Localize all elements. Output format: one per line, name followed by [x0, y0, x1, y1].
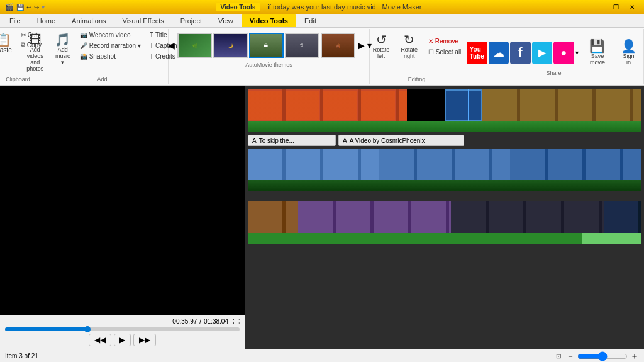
document-title: if today was your last day music vid - M… — [267, 3, 421, 11]
skydrive-button[interactable]: ☁ — [489, 42, 509, 64]
play-pause-button[interactable]: ▶ — [114, 334, 131, 346]
item-count: Item 3 of 21 — [5, 353, 38, 359]
add-videos-icon: 🎞 — [29, 33, 42, 46]
maximize-button[interactable]: ❐ — [609, 2, 623, 12]
fit-timeline-icon[interactable]: ⊡ — [556, 353, 561, 359]
playback-buttons: ◀◀ ▶ ▶▶ — [5, 334, 240, 346]
tab-file[interactable]: File — [1, 14, 29, 27]
black-gap — [407, 89, 445, 121]
time-separator: / — [199, 318, 201, 325]
narration-button[interactable]: 🎤 Record narration ▾ — [77, 41, 144, 50]
editing-group: ↺ Rotate left ↻ Rotate right ✕ Remove ☐ — [370, 29, 464, 84]
rotate-right-button[interactable]: ↻ Rotate right — [396, 30, 423, 62]
zoom-in-icon[interactable]: ＋ — [630, 351, 639, 362]
sign-in-button[interactable]: 👤 Sign in — [616, 37, 641, 69]
zoom-out-icon[interactable]: － — [566, 351, 575, 362]
add-videos-button[interactable]: 🎞 Add videos and photos — [21, 30, 49, 75]
clip-3[interactable] — [482, 89, 641, 121]
text-overlay-2-text: A Video by CosmicPhoenix — [350, 137, 425, 144]
track-2-clip-1[interactable] — [248, 149, 379, 180]
editing-label: Editing — [372, 76, 461, 82]
qa-undo[interactable]: ↩ — [26, 4, 31, 11]
rotate-left-button[interactable]: ↺ Rotate left — [369, 30, 394, 62]
themes-scroll-right[interactable]: ▶ — [357, 40, 366, 50]
share-more[interactable]: ▾ — [575, 49, 579, 56]
qa-save[interactable]: 💾 — [16, 4, 24, 11]
tab-project[interactable]: Project — [172, 14, 210, 27]
video-tools-badge: Video Tools — [216, 3, 261, 11]
caption-icon: T — [150, 42, 153, 49]
ribbon-tab-bar: File Home Animations Visual Effects Proj… — [0, 14, 644, 27]
track-3-clip-1[interactable] — [248, 201, 298, 233]
preview-panel: 00:35.97 / 01:38.04 ⛶ ◀◀ ▶ ▶▶ — [0, 86, 245, 349]
text-overlay-1-icon: A — [252, 137, 257, 144]
track-3-clip-3[interactable] — [451, 201, 604, 233]
close-button[interactable]: ✕ — [625, 2, 639, 12]
rotate-left-icon: ↺ — [376, 33, 387, 46]
remove-button[interactable]: ✕ Remove — [425, 37, 465, 46]
qa-redo[interactable]: ↪ — [34, 4, 39, 11]
progress-thumb — [84, 326, 91, 332]
themes-scroll-left[interactable]: ◀ — [167, 40, 176, 50]
facebook-button[interactable]: f — [510, 42, 531, 64]
theme-3-icon: 🏔 — [264, 43, 268, 47]
preview-video — [0, 86, 245, 315]
paste-icon: 📋 — [0, 33, 11, 46]
themes-label: AutoMovie themes — [171, 62, 367, 68]
playhead — [468, 89, 469, 121]
track-2-clip-3[interactable] — [510, 149, 641, 180]
rotate-right-icon: ↻ — [404, 33, 414, 46]
select-all-button[interactable]: ☐ Select all — [425, 47, 465, 57]
tab-view[interactable]: View — [210, 14, 242, 27]
share-label: Share — [467, 70, 641, 76]
track-2-video — [248, 149, 641, 180]
sign-in-icon: 👤 — [621, 40, 636, 52]
track-2-clip-2[interactable] — [379, 149, 511, 180]
track-1-video — [248, 89, 641, 121]
clip-1[interactable] — [248, 89, 407, 121]
selected-clip[interactable] — [445, 89, 482, 121]
preview-controls: 00:35.97 / 01:38.04 ⛶ ◀◀ ▶ ▶▶ — [0, 315, 245, 349]
theme-5[interactable]: 🍂 — [321, 33, 355, 58]
track-3-clip-4[interactable] — [604, 201, 641, 233]
minimize-button[interactable]: – — [592, 2, 606, 12]
youtube-button[interactable]: YouTube — [467, 42, 487, 64]
editing-buttons: ↺ Rotate left ↻ Rotate right ✕ Remove ☐ — [369, 30, 465, 75]
snapshot-button[interactable]: 📸 Snapshot — [77, 52, 144, 61]
theme-2[interactable]: 🌙 — [213, 33, 248, 58]
zoom-slider[interactable] — [577, 351, 628, 361]
theme-3[interactable]: 🏔 — [249, 33, 284, 58]
tab-edit[interactable]: Edit — [296, 14, 325, 27]
track-3-clip-2[interactable] — [298, 201, 451, 233]
theme-1[interactable]: 🌿 — [177, 33, 212, 58]
tab-video-tools[interactable]: Video Tools — [242, 14, 296, 27]
fullscreen-icon[interactable]: ⛶ — [233, 318, 240, 325]
time-display: 00:35.97 / 01:38.04 ⛶ — [5, 318, 240, 325]
text-overlay-2[interactable]: A A Video by CosmicPhoenix — [338, 135, 464, 146]
webcam-icon: 📷 — [80, 31, 87, 38]
save-movie-icon: 💾 — [589, 40, 605, 52]
track-1-audio — [248, 121, 641, 132]
tab-visual-effects[interactable]: Visual Effects — [114, 14, 172, 27]
flickr-button[interactable]: ● — [553, 42, 574, 64]
add-music-button[interactable]: 🎵 Add music ▾ — [52, 30, 74, 75]
paste-button[interactable]: 📋 Paste — [0, 30, 16, 57]
title-bar-left: 🎬 💾 ↩ ↪ ▾ — [5, 3, 45, 11]
theme-4[interactable]: 🌫 — [285, 33, 319, 58]
status-right: ⊡ － ＋ — [556, 351, 639, 362]
webcam-button[interactable]: 📷 Webcam video — [77, 30, 144, 40]
track-3-container — [248, 201, 641, 244]
tab-animations[interactable]: Animations — [64, 14, 114, 27]
track-2-audio — [248, 180, 641, 191]
save-movie-button[interactable]: 💾 Save movie — [580, 37, 616, 69]
text-overlay-1[interactable]: A To skip the... — [248, 135, 336, 146]
vimeo-button[interactable]: ▶ — [532, 42, 553, 64]
progress-bar[interactable] — [5, 327, 240, 331]
prev-frame-button[interactable]: ◀◀ — [89, 334, 111, 346]
next-frame-button[interactable]: ▶▶ — [133, 334, 156, 346]
add-music-icon: 🎵 — [55, 33, 70, 46]
tab-home[interactable]: Home — [29, 14, 64, 27]
zoom-control: － ＋ — [566, 351, 639, 362]
add-group: 🎞 Add videos and photos 🎵 Add music ▾ 📷 … — [36, 29, 169, 84]
text-overlay-1-text: To skip the... — [259, 137, 294, 144]
